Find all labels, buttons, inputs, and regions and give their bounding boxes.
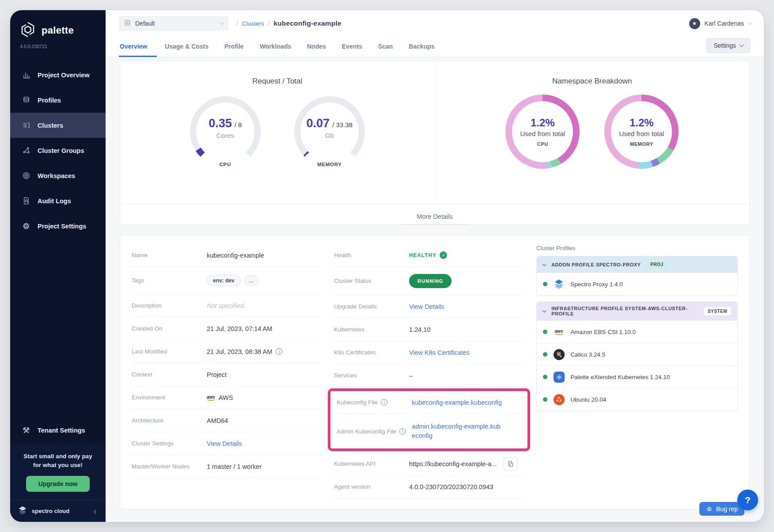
kubeconfig-highlight-box: Kubeconfig File i kubeconfig-example.kub… — [328, 388, 530, 451]
view-k8s-certificates-link[interactable]: View K8s Certificates — [409, 349, 524, 356]
memory-donut-label: MEMORY — [630, 141, 653, 147]
help-button[interactable]: ? — [737, 490, 758, 510]
main-area: Default / Clusters / kubeconfig-example … — [106, 10, 764, 522]
cpu-gauge-label: CPU — [190, 162, 261, 167]
cpu-namespace-donut: 1.2% Used from total CPU — [505, 95, 580, 169]
sidebar-footer: spectro cloud — [10, 500, 106, 522]
breadcrumb-separator: / — [236, 20, 238, 27]
row-kubernetes-api: Kubernetes API https://kubeconfig-exampl… — [334, 452, 524, 475]
request-total-panel: Request / Total 0.35 / 8 — [120, 61, 435, 204]
upgrade-promo: Start small and only pay for what you us… — [10, 443, 106, 500]
kubeconfig-file-link[interactable]: kubeconfig-example.kubeconfig — [412, 399, 521, 406]
tab-events[interactable]: Events — [334, 38, 370, 57]
row-created-on: Created On 21 Jul, 2023, 07:14 AM — [132, 317, 322, 340]
row-name: Name kubeconfig-example — [132, 244, 322, 267]
row-environment: Environment aws AWS — [132, 386, 322, 409]
tag-more[interactable]: ... — [244, 275, 258, 286]
sidebar-item-label: Project Settings — [38, 223, 86, 230]
upgrade-now-button[interactable]: Upgrade now — [26, 476, 90, 492]
aws-icon: aws — [207, 395, 215, 401]
row-tags: Tags env: dev ... — [132, 267, 322, 294]
breadcrumb-current: kubeconfig-example — [273, 19, 341, 27]
cpu-donut-label: CPU — [537, 141, 548, 147]
request-total-title: Request / Total — [252, 77, 302, 86]
tag-env-dev[interactable]: env: dev — [207, 275, 241, 286]
sidebar: palette 4.0.0-230721 Project Overview Pr… — [10, 10, 106, 522]
memory-unit: Gb — [325, 132, 334, 139]
chevron-down-icon — [740, 43, 744, 47]
addon-profile-header[interactable]: ADDON PROFILE SPECTRO-PROXY PROJ — [537, 256, 737, 273]
doc-search-icon — [22, 197, 30, 205]
tools-icon: ⚒ — [22, 426, 30, 435]
more-details-button[interactable]: More Details — [402, 213, 467, 224]
tab-backups[interactable]: Backups — [401, 38, 442, 57]
sidebar-item-cluster-groups[interactable]: Cluster Groups — [10, 138, 106, 163]
admin-kubeconfig-file-link[interactable]: admin.kubeconfig-example.kubeconfig — [412, 422, 502, 441]
pack-palette-extended-kubernetes[interactable]: Palette eXtended Kubernetes 1.24.10 — [537, 365, 737, 388]
tab-workloads[interactable]: Workloads — [252, 38, 299, 57]
status-dot — [543, 352, 547, 357]
cluster-settings-view-details-link[interactable]: View Details — [207, 440, 322, 447]
avatar[interactable]: ★ — [689, 18, 700, 29]
sidebar-collapse-button[interactable] — [95, 507, 98, 515]
infrastructure-profile-header[interactable]: INFRASTRUCTURE PROFILE SYSTEM-AWS-CLUSTE… — [537, 302, 737, 320]
project-selector[interactable]: Default — [119, 16, 228, 31]
breadcrumb-separator: / — [268, 20, 269, 27]
calico-icon — [553, 349, 565, 360]
namespace-breakdown-title: Namespace Breakdown — [552, 77, 632, 86]
status-dot — [543, 375, 547, 379]
row-k8s-certificates: K8s Certificates View K8s Certificates — [334, 341, 524, 364]
tab-scan[interactable]: Scan — [370, 38, 401, 57]
sidebar-item-audit-logs[interactable]: Audit Logs — [10, 188, 106, 213]
tab-overview[interactable]: Overview — [119, 38, 157, 57]
tab-usage-costs[interactable]: Usage & Costs — [157, 38, 216, 57]
tab-profile[interactable]: Profile — [216, 38, 252, 57]
status-dot — [543, 397, 547, 402]
bug-report-button[interactable]: Bug rep — [699, 502, 744, 516]
pack-spectro-proxy[interactable]: Spectro Proxy 1.4.0 — [537, 273, 737, 295]
pack-ubuntu[interactable]: Ubuntu 20.04 — [537, 388, 737, 410]
row-master-worker-nodes: Master/Worker Nodes 1 master / 1 worker — [132, 455, 322, 478]
sidebar-item-project-overview[interactable]: Project Overview — [10, 62, 106, 87]
bar-chart-icon — [22, 71, 30, 80]
list-bracket-icon — [22, 121, 30, 130]
memory-namespace-donut: 1.2% Used from total MEMORY — [604, 95, 679, 169]
sidebar-item-label: Clusters — [38, 122, 63, 129]
row-upgrade-details: Upgrade Details View Details — [334, 295, 524, 318]
row-cluster-status: Cluster Status RUNNING — [334, 267, 524, 295]
running-status-badge[interactable]: RUNNING — [409, 274, 452, 288]
cluster-profiles-title: Cluster Profiles — [536, 245, 738, 251]
info-icon[interactable]: i — [276, 348, 282, 355]
kubernetes-icon — [553, 371, 565, 383]
chevron-down-icon — [543, 262, 546, 266]
sidebar-item-tenant-settings[interactable]: ⚒ Tenant Settings — [10, 418, 106, 443]
pack-calico[interactable]: Calico 3.24.5 — [537, 343, 737, 365]
tab-nodes[interactable]: Nodes — [299, 38, 334, 57]
pack-amazon-ebs-csi[interactable]: aws Amazon EBS CSI 1.10.0 — [537, 320, 737, 343]
cpu-total-value: / 8 — [235, 121, 242, 129]
infrastructure-profile-section: INFRASTRUCTURE PROFILE SYSTEM-AWS-CLUSTE… — [536, 301, 738, 411]
info-icon[interactable]: i — [381, 399, 387, 406]
namespace-breakdown-panel: Namespace Breakdown 1.2% Used from total… — [435, 61, 750, 204]
cpu-unit: Cores — [216, 132, 234, 139]
layers-icon — [22, 96, 30, 105]
user-menu[interactable]: ★ Karl Cardenas — [689, 18, 752, 29]
cpu-used-caption: Used from total — [520, 130, 565, 137]
topbar: Default / Clusters / kubeconfig-example … — [106, 10, 764, 34]
sidebar-item-clusters[interactable]: Clusters — [10, 113, 106, 138]
aws-icon: aws — [553, 326, 565, 338]
copy-icon[interactable] — [504, 457, 518, 471]
sidebar-spacer — [10, 239, 106, 418]
breadcrumb-link-clusters[interactable]: Clusters — [242, 20, 264, 27]
cpu-used-percent: 1.2% — [531, 117, 555, 129]
row-kubeconfig-file: Kubeconfig File i kubeconfig-example.kub… — [337, 391, 521, 414]
info-icon[interactable]: i — [399, 428, 406, 435]
promo-text: Start small and only pay for what you us… — [15, 452, 100, 470]
upgrade-view-details-link[interactable]: View Details — [409, 303, 524, 310]
chevron-down-icon — [220, 21, 224, 25]
settings-button[interactable]: Settings — [706, 38, 751, 53]
sidebar-item-workspaces[interactable]: Workspaces — [10, 163, 106, 188]
sidebar-item-profiles[interactable]: Profiles — [10, 87, 106, 113]
sidebar-item-label: Tenant Settings — [38, 427, 85, 434]
sidebar-item-project-settings[interactable]: ⚙ Project Settings — [10, 213, 106, 239]
